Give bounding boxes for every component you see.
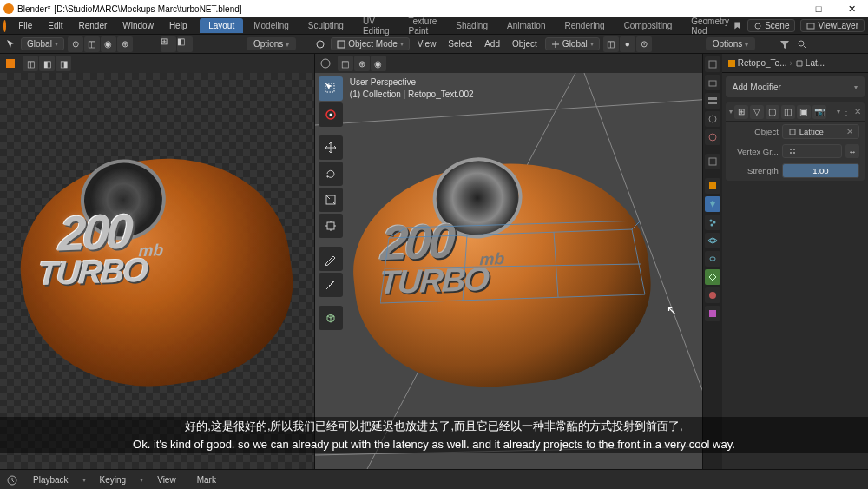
version-icon[interactable] bbox=[733, 21, 742, 30]
overlay-icon-3[interactable]: ◉ bbox=[371, 56, 386, 71]
editor-type-icon[interactable] bbox=[313, 37, 327, 51]
measure-tool[interactable] bbox=[319, 273, 343, 297]
image-editor-icon[interactable] bbox=[3, 56, 17, 70]
vp-menu-object[interactable]: Object bbox=[508, 37, 542, 50]
channel-icon-2[interactable]: ◧ bbox=[39, 56, 55, 71]
bc-object[interactable]: Retopo_Te... bbox=[727, 58, 787, 68]
mod-editmode-icon[interactable]: ▽ bbox=[750, 105, 764, 119]
mod-menu-icon[interactable]: ▾ bbox=[837, 108, 840, 116]
vertexgroup-field[interactable] bbox=[782, 144, 842, 158]
tab-data[interactable] bbox=[705, 269, 720, 285]
mod-grid-icon[interactable]: ⊞ bbox=[734, 105, 748, 119]
mod-render-icon[interactable]: 📷 bbox=[812, 105, 826, 119]
tab-layout[interactable]: Layout bbox=[200, 18, 243, 33]
vp-menu-add[interactable]: Add bbox=[480, 37, 504, 50]
add-modifier-button[interactable]: Add Modifier ▾ bbox=[726, 76, 865, 97]
transform-tool[interactable] bbox=[319, 214, 343, 238]
channel-icon-3[interactable]: ◨ bbox=[56, 56, 71, 71]
menu-render[interactable]: Render bbox=[72, 19, 115, 32]
vp-menu-view[interactable]: View bbox=[413, 37, 441, 50]
tab-modeling[interactable]: Modeling bbox=[245, 18, 298, 33]
tab-material[interactable] bbox=[705, 287, 720, 303]
visibility-icon[interactable]: ◧ bbox=[177, 36, 193, 52]
snap-icons: ⊙ ◫ ◉ ⊕ bbox=[68, 36, 133, 52]
tab-scene[interactable] bbox=[705, 111, 720, 127]
select-box-tool[interactable] bbox=[319, 76, 343, 101]
addcube-tool[interactable] bbox=[319, 306, 343, 330]
vp-menu-select[interactable]: Select bbox=[444, 37, 477, 50]
menu-edit[interactable]: Edit bbox=[41, 19, 69, 32]
pivot-icon[interactable]: ⊕ bbox=[117, 36, 133, 52]
filter-icon[interactable] bbox=[778, 37, 792, 51]
tab-geometrynodes[interactable]: Geometry Nod bbox=[682, 14, 731, 38]
strength-field[interactable]: 1.00 bbox=[782, 163, 859, 178]
cursor-tool[interactable] bbox=[319, 102, 343, 127]
search-icon[interactable] bbox=[795, 37, 809, 51]
options-button-left[interactable]: Options ▾ bbox=[247, 37, 296, 50]
image-editor-viewport[interactable]: 200 mb TURBO bbox=[0, 73, 314, 469]
tab-compositing[interactable]: Compositing bbox=[615, 18, 681, 33]
propedit-icon[interactable]: ◉ bbox=[101, 36, 116, 52]
tab-world[interactable] bbox=[705, 129, 720, 145]
invert-icon[interactable]: ↔ bbox=[845, 144, 859, 158]
rotate-tool[interactable] bbox=[319, 162, 343, 186]
mod-extras-icon[interactable]: ⋮ bbox=[842, 107, 851, 116]
mod-close-icon[interactable]: ✕ bbox=[854, 107, 861, 116]
scene-selector[interactable]: Scene bbox=[747, 19, 795, 32]
orientation2-dropdown[interactable]: Global ▾ bbox=[545, 37, 600, 50]
propedit2-icon[interactable]: ● bbox=[620, 36, 635, 52]
maximize-button[interactable]: □ bbox=[806, 3, 832, 15]
timeline-keying[interactable]: Keying bbox=[93, 473, 134, 486]
tab-constraints[interactable] bbox=[705, 251, 720, 267]
close-button[interactable]: ✕ bbox=[838, 3, 865, 15]
minimize-button[interactable]: — bbox=[773, 3, 799, 15]
tab-physics[interactable] bbox=[705, 233, 720, 248]
viewlayer-selector[interactable]: ViewLayer bbox=[800, 19, 865, 32]
tab-collection[interactable] bbox=[705, 154, 720, 169]
tab-object[interactable] bbox=[705, 178, 720, 194]
tab-rendering[interactable]: Rendering bbox=[556, 18, 613, 33]
menu-file[interactable]: File bbox=[11, 19, 39, 32]
mode-dropdown[interactable]: Object Mode ▾ bbox=[331, 37, 410, 50]
tab-viewlayer[interactable] bbox=[705, 93, 720, 109]
tab-shading[interactable]: Shading bbox=[447, 18, 496, 33]
timeline-view[interactable]: View bbox=[150, 473, 183, 486]
3d-viewport[interactable]: User Perspective (1) Collection | Retopo… bbox=[315, 73, 702, 469]
options-button-right[interactable]: Options ▾ bbox=[706, 37, 755, 50]
drag-icon[interactable]: ⊞ bbox=[161, 36, 176, 52]
tab-render[interactable] bbox=[705, 56, 720, 72]
orientation-dropdown[interactable]: Global ▾ bbox=[21, 37, 64, 50]
tab-texturepaint[interactable]: Texture Paint bbox=[400, 14, 446, 38]
tab-output[interactable] bbox=[705, 75, 720, 90]
snap-icon[interactable]: ⊙ bbox=[68, 36, 83, 52]
timeline-marker[interactable]: Mark bbox=[190, 473, 223, 486]
3d-editor-icon[interactable] bbox=[319, 56, 332, 70]
tab-sculpting[interactable]: Sculpting bbox=[299, 18, 352, 33]
tab-modifier[interactable] bbox=[705, 196, 720, 212]
mod-display-icon[interactable]: ◫ bbox=[781, 105, 795, 119]
cursor-tool-icon[interactable] bbox=[3, 37, 17, 51]
collapse-icon[interactable]: ▾ bbox=[729, 108, 733, 116]
annotate-tool[interactable] bbox=[319, 247, 343, 271]
overlay-icon-2[interactable]: ⊕ bbox=[354, 56, 370, 71]
tab-texture[interactable] bbox=[705, 306, 720, 321]
scale-tool[interactable] bbox=[319, 188, 343, 212]
timeline-editor-icon[interactable] bbox=[5, 473, 19, 487]
pivot2-icon[interactable]: ⊙ bbox=[636, 36, 652, 52]
tab-uvediting[interactable]: UV Editing bbox=[354, 14, 398, 38]
snap2-icon[interactable]: ◫ bbox=[603, 36, 619, 52]
menu-help[interactable]: Help bbox=[162, 19, 194, 32]
blender-logo-icon bbox=[3, 20, 6, 32]
timeline-playback[interactable]: Playback bbox=[26, 473, 76, 486]
mod-show-icon[interactable]: ▢ bbox=[766, 105, 779, 119]
object-field[interactable]: Lattice ✕ bbox=[782, 124, 859, 139]
bc-modifier[interactable]: Lat... bbox=[795, 58, 825, 68]
tab-particles[interactable] bbox=[705, 215, 720, 230]
overlay-icon-1[interactable]: ◫ bbox=[338, 56, 353, 71]
move-tool[interactable] bbox=[319, 135, 343, 160]
mod-realtime-icon[interactable]: ▣ bbox=[797, 105, 811, 119]
channel-icon-1[interactable]: ◫ bbox=[23, 56, 38, 71]
tab-animation[interactable]: Animation bbox=[498, 18, 554, 33]
menu-window[interactable]: Window bbox=[115, 19, 161, 32]
snap-type-icon[interactable]: ◫ bbox=[84, 36, 100, 52]
